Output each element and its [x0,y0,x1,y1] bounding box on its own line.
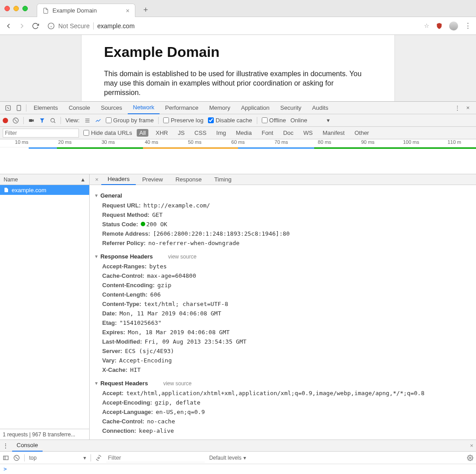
context-select[interactable]: top▾ [29,455,86,461]
view-source-link[interactable]: view source [168,254,196,260]
close-tab-icon[interactable]: × [126,7,130,14]
page-heading: Example Domain [104,44,372,60]
clear-console-icon[interactable] [13,455,20,461]
section-toggle[interactable]: ▼Request Headersview source [94,378,472,388]
svg-rect-4 [17,105,21,111]
request-details: × HeadersPreviewResponseTiming ▼General … [90,174,476,440]
reload-button[interactable] [31,22,39,30]
camera-icon[interactable] [28,117,35,124]
back-button[interactable] [4,22,13,30]
page-content: Example Domain This domain is establishe… [81,35,395,101]
console-tab[interactable]: Console [12,440,43,452]
header-row: Vary:Accept-Encoding [94,356,472,365]
settings-icon[interactable] [467,455,473,461]
live-expression-icon[interactable] [95,455,102,461]
disable-cache-checkbox[interactable]: Disable cache [208,117,252,124]
network-timeline[interactable]: 10 ms20 ms30 ms40 ms50 ms60 ms70 ms80 ms… [0,139,476,174]
headers-panel[interactable]: ▼General Request URL:http://example.com/… [90,185,476,440]
devtools-tab-memory[interactable]: Memory [204,102,236,114]
view-source-link[interactable]: view source [163,380,191,387]
forward-button[interactable] [18,22,26,30]
timeline-tick: 90 ms [346,139,389,147]
devtools-tab-elements[interactable]: Elements [28,102,63,114]
devtools-tab-sources[interactable]: Sources [95,102,128,114]
clear-icon[interactable] [13,117,19,124]
device-toggle-icon[interactable] [13,103,24,113]
request-name: example.com [12,187,46,194]
log-levels-select[interactable]: Default levels ▾ [209,455,246,461]
view-label: View: [65,117,80,124]
menu-icon[interactable]: ⋮ [464,22,472,30]
devtools-tabs: ElementsConsoleSourcesNetworkPerformance… [0,102,476,114]
filter-type-xhr[interactable]: XHR [153,129,170,137]
new-tab-button[interactable]: + [139,3,152,17]
devtools-tab-audits[interactable]: Audits [307,102,333,114]
filter-type-img[interactable]: Img [214,129,229,137]
svg-line-11 [54,121,55,123]
filter-type-font[interactable]: Font [259,129,276,137]
detail-tab-timing[interactable]: Timing [208,174,238,185]
filter-type-manifest[interactable]: Manifest [320,129,347,137]
svg-rect-7 [29,119,33,122]
devtools-close-icon[interactable]: × [463,103,473,113]
svg-marker-9 [40,118,44,123]
devtools-tab-application[interactable]: Application [236,102,275,114]
request-row[interactable]: example.com [0,185,89,195]
filter-type-ws[interactable]: WS [301,129,316,137]
filter-type-all[interactable]: All [137,129,148,137]
address-bar[interactable]: Not Secure example.com [45,22,419,30]
hide-data-urls-checkbox[interactable]: Hide data URLs [83,129,132,136]
timeline-tick: 40 ms [130,139,173,147]
inspect-icon[interactable] [3,103,13,113]
console-filter-input[interactable] [106,453,205,462]
filter-type-doc[interactable]: Doc [281,129,296,137]
devtools-tab-security[interactable]: Security [275,102,307,114]
devtools-tab-network[interactable]: Network [128,102,160,114]
drawer-menu-icon[interactable]: ⋮ [3,442,9,449]
preserve-log-checkbox[interactable]: Preserve log [163,117,203,124]
response-headers-section: ▼Response Headersview source Accept-Rang… [90,250,476,376]
ublock-icon[interactable] [436,22,443,30]
close-drawer-icon[interactable]: × [470,442,473,449]
filter-type-media[interactable]: Media [233,129,254,137]
sidebar-toggle-icon[interactable] [3,455,9,461]
section-toggle[interactable]: ▼Response Headersview source [94,251,472,262]
maximize-window-button[interactable] [22,6,28,11]
info-icon [48,22,55,30]
profile-avatar[interactable] [449,22,458,30]
close-window-button[interactable] [4,6,10,11]
offline-checkbox[interactable]: Offline [262,117,286,124]
section-toggle[interactable]: ▼General [94,190,472,201]
header-row: Content-Type:text/html; charset=UTF-8 [94,299,472,309]
browser-tab[interactable]: Example Domain × [37,4,135,17]
security-label: Not Secure [58,22,90,30]
detail-tab-response[interactable]: Response [169,174,208,185]
group-by-frame-checkbox[interactable]: Group by frame [106,117,154,124]
timeline-tick: 80 ms [303,139,346,147]
devtools-tab-console[interactable]: Console [63,102,95,114]
bookmark-icon[interactable]: ☆ [424,22,429,29]
minimize-window-button[interactable] [13,6,19,11]
header-row: Cache-Control:no-cache [94,417,472,426]
record-button[interactable] [3,118,8,123]
filter-icon[interactable] [39,117,45,124]
large-rows-icon[interactable] [84,117,91,124]
header-row: Content-Encoding:gzip [94,280,472,290]
filter-type-other[interactable]: Other [352,129,372,137]
console-prompt[interactable]: > [0,464,476,474]
detail-tab-preview[interactable]: Preview [136,174,169,185]
devtools-tab-performance[interactable]: Performance [160,102,203,114]
request-list-header[interactable]: Name ▲ [0,174,89,185]
devtools-menu-icon[interactable]: ⋮ [452,103,463,113]
detail-tab-headers[interactable]: Headers [101,174,136,185]
overview-icon[interactable] [95,117,101,124]
throttle-select[interactable]: Online▾ [290,117,330,124]
filter-input[interactable] [3,129,79,138]
search-icon[interactable] [50,117,56,124]
close-details-icon[interactable]: × [92,176,101,183]
divider [93,22,94,30]
filter-type-js[interactable]: JS [175,129,187,137]
filter-type-css[interactable]: CSS [192,129,209,137]
header-row: X-Cache:HIT [94,365,472,375]
svg-rect-15 [4,456,9,459]
